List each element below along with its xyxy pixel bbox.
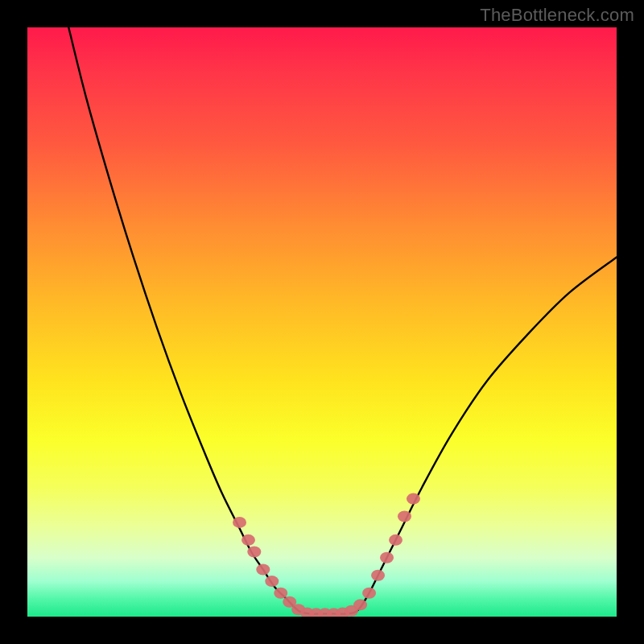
marker-dot bbox=[407, 493, 420, 505]
marker-dot bbox=[256, 564, 270, 575]
marker-dot bbox=[274, 588, 287, 599]
watermark-text: TheBottleneck.com bbox=[480, 5, 634, 26]
marker-dot bbox=[242, 535, 255, 546]
chart-frame: TheBottleneck.com bbox=[0, 0, 644, 644]
marker-dot bbox=[353, 599, 367, 610]
marker-dot bbox=[247, 546, 261, 557]
marker-dot bbox=[389, 535, 402, 546]
marker-dot bbox=[371, 570, 385, 581]
bottleneck-curve bbox=[68, 27, 617, 614]
curve-layer bbox=[27, 27, 617, 617]
data-markers bbox=[233, 493, 420, 617]
marker-dot bbox=[362, 588, 376, 599]
marker-dot bbox=[233, 517, 246, 528]
curve-path bbox=[68, 27, 617, 614]
marker-dot bbox=[380, 552, 394, 564]
marker-dot bbox=[398, 511, 411, 522]
marker-dot bbox=[265, 576, 279, 587]
plot-area bbox=[27, 27, 617, 617]
